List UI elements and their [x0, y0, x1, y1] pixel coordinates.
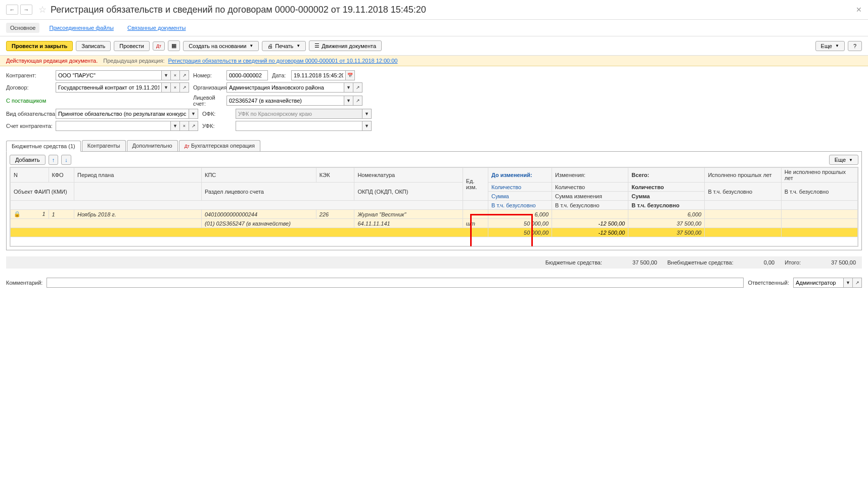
open-icon[interactable]: ↗: [353, 96, 362, 106]
col-notexec-uncond[interactable]: В т.ч. безусловно: [781, 183, 857, 201]
close-icon[interactable]: ✕: [856, 6, 862, 14]
add-row-button[interactable]: Добавить: [10, 155, 45, 165]
open-icon[interactable]: ↗: [189, 121, 198, 131]
post-button[interactable]: Провести: [114, 41, 150, 51]
grid-more-button[interactable]: Еще▼: [829, 155, 858, 165]
report-button[interactable]: ▦: [168, 40, 180, 51]
table-row[interactable]: (01) 02S365247 (в казначействе) 64.11.11…: [11, 219, 858, 228]
counterparty-account-input[interactable]: [56, 121, 171, 131]
col-before-qty[interactable]: Количество: [488, 183, 552, 192]
tab-accounting-op[interactable]: Дт Бухгалтерская операция: [179, 140, 260, 151]
print-button[interactable]: 🖨Печать▼: [262, 41, 306, 51]
col-kfo[interactable]: КФО: [49, 168, 74, 183]
tab-additional[interactable]: Дополнительно: [127, 140, 178, 151]
open-icon[interactable]: ↗: [353, 82, 362, 93]
col-n[interactable]: N: [11, 168, 49, 183]
dt-kt-icon: Дт: [185, 144, 190, 149]
dropdown-icon[interactable]: ▼: [162, 82, 171, 93]
col-change-sum[interactable]: Сумма изменения: [552, 192, 628, 201]
col-total[interactable]: Всего:: [628, 168, 705, 183]
create-based-button[interactable]: Создать на основании▼: [183, 41, 259, 51]
col-not-exec-prev[interactable]: Не исполнено прошлых лет: [781, 168, 857, 183]
nav-back-button[interactable]: ←: [6, 5, 18, 15]
col-unit[interactable]: Ед. изм.: [463, 168, 488, 201]
col-faip[interactable]: Объект ФАИП (КМИ): [11, 183, 74, 201]
org-input[interactable]: [226, 82, 344, 93]
post-and-close-button[interactable]: Провести и закрыть: [6, 41, 73, 51]
col-period[interactable]: Период плана: [74, 168, 201, 183]
comment-input[interactable]: [47, 278, 744, 288]
col-total-uncond[interactable]: В т.ч. безусловно: [628, 201, 705, 210]
col-before-uncond[interactable]: В т.ч. безусловно: [488, 201, 552, 210]
printer-icon: 🖨: [267, 43, 273, 49]
ufk-input[interactable]: [236, 121, 362, 131]
previous-revision-link[interactable]: Регистрация обязательств и сведений по д…: [168, 58, 398, 64]
supplier-label: С поставщиком: [6, 98, 52, 104]
tab-linked-docs[interactable]: Связанные документы: [123, 23, 190, 33]
open-icon[interactable]: ↗: [180, 82, 189, 93]
col-before-sum[interactable]: Сумма: [488, 192, 552, 201]
col-nomen[interactable]: Номенклатура: [354, 168, 463, 183]
more-button[interactable]: Еще▼: [815, 41, 845, 51]
col-exec-prev[interactable]: Исполнено прошлых лет: [705, 168, 781, 183]
date-input[interactable]: [291, 70, 346, 80]
budget-total-value: 37 500,00: [632, 259, 657, 265]
col-total-sum[interactable]: Сумма: [628, 192, 705, 201]
number-input[interactable]: [226, 70, 268, 80]
col-kek[interactable]: КЭК: [316, 168, 354, 183]
totals-bar: Бюджетные средства: 37 500,00 Внебюджетн…: [6, 256, 862, 269]
budget-grid: N КФО Период плана КПС КЭК Номенклатура …: [10, 167, 858, 247]
col-section[interactable]: Раздел лицевого счета: [202, 183, 354, 201]
col-kps[interactable]: КПС: [202, 168, 316, 183]
account-input[interactable]: [226, 96, 344, 106]
current-revision-label: Действующая редакция документа.: [6, 58, 98, 64]
dropdown-icon[interactable]: ▼: [362, 109, 372, 119]
dropdown-icon[interactable]: ▼: [844, 278, 853, 288]
clear-icon[interactable]: ×: [171, 70, 180, 80]
doc-movements-button[interactable]: ☰Движения документа: [309, 40, 382, 51]
table-row[interactable]: 50 000,00 -12 500,00 37 500,00: [11, 228, 858, 237]
dropdown-icon[interactable]: ▼: [162, 70, 171, 80]
counterparty-input[interactable]: [56, 70, 162, 80]
save-button[interactable]: Записать: [76, 41, 111, 51]
col-change-uncond[interactable]: В т.ч. безусловно: [552, 201, 628, 210]
col-before[interactable]: До изменений:: [488, 168, 552, 183]
clear-icon[interactable]: ×: [171, 82, 180, 93]
open-icon[interactable]: ↗: [853, 278, 862, 288]
tab-attached-files[interactable]: Присоединенные файлы: [45, 23, 117, 33]
move-up-button[interactable]: ↑: [49, 155, 59, 165]
ofk-input[interactable]: [236, 109, 362, 119]
dropdown-icon[interactable]: ▼: [171, 121, 180, 131]
col-changes[interactable]: Изменения:: [552, 168, 628, 183]
dropdown-icon[interactable]: ▼: [344, 96, 353, 106]
comment-label: Комментарий:: [6, 280, 42, 286]
dt-kt-button[interactable]: Дт: [153, 41, 165, 51]
contract-label: Договор:: [6, 84, 52, 91]
budget-total-label: Бюджетные средства:: [545, 259, 602, 265]
responsible-input[interactable]: [793, 278, 844, 288]
tab-counterparties[interactable]: Контрагенты: [82, 140, 126, 151]
contract-input[interactable]: [56, 82, 162, 93]
nav-forward-button[interactable]: →: [20, 5, 32, 15]
favorite-star-icon[interactable]: ☆: [38, 4, 47, 15]
obligation-type-input[interactable]: [56, 109, 189, 119]
offbudget-total-value: 0,00: [764, 259, 774, 265]
table-row[interactable]: 🔒1 1 Ноябрь 2018 г. 04010000000000244 22…: [11, 210, 858, 219]
dropdown-icon[interactable]: ▼: [189, 109, 198, 119]
dropdown-icon[interactable]: ▼: [344, 82, 353, 93]
tab-main[interactable]: Основное: [6, 23, 39, 33]
calendar-icon[interactable]: 📅: [346, 70, 355, 80]
tab-budget-funds[interactable]: Бюджетные средства (1): [6, 141, 81, 152]
col-total-qty[interactable]: Количество: [628, 183, 705, 192]
open-icon[interactable]: ↗: [180, 70, 189, 80]
clear-icon[interactable]: ×: [180, 121, 189, 131]
col-okpd[interactable]: ОКПД (ОКДП, ОКП): [354, 183, 463, 201]
previous-revision-label: Предыдущая редакция:: [103, 58, 164, 64]
offbudget-total-label: Внебюджетные средства:: [667, 259, 734, 265]
col-exec-uncond[interactable]: В т.ч. безусловно: [705, 183, 781, 201]
move-down-button[interactable]: ↓: [61, 155, 71, 165]
col-change-qty[interactable]: Количество: [552, 183, 628, 192]
help-button[interactable]: ?: [848, 41, 862, 51]
main-toolbar: Провести и закрыть Записать Провести Дт …: [0, 36, 868, 56]
dropdown-icon[interactable]: ▼: [362, 121, 372, 131]
